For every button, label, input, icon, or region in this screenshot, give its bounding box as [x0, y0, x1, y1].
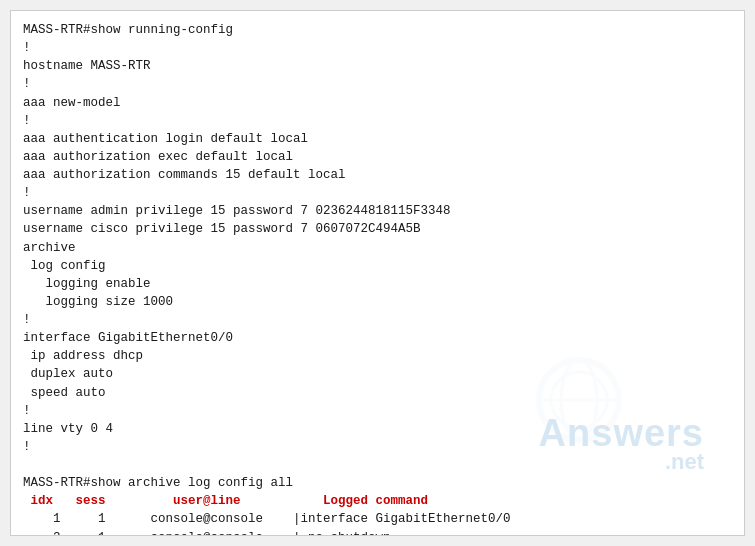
terminal-line: 2 1 console@console | no shutdown: [23, 531, 391, 537]
terminal-line: !: [23, 41, 31, 55]
terminal-line: 1 1 console@console |interface GigabitEt…: [23, 512, 511, 526]
terminal-line: logging size 1000: [23, 295, 173, 309]
terminal-output: MASS-RTR#show running-config ! hostname …: [23, 21, 732, 536]
terminal-line: !: [23, 404, 31, 418]
terminal-line: MASS-RTR#show archive log config all: [23, 476, 293, 490]
terminal-line: ip address dhcp: [23, 349, 143, 363]
terminal-line: !: [23, 313, 31, 327]
terminal-line: aaa authorization commands 15 default lo…: [23, 168, 346, 182]
terminal-line: username cisco privilege 15 password 7 0…: [23, 222, 421, 236]
terminal-line: !: [23, 77, 31, 91]
terminal-line: aaa authentication login default local: [23, 132, 308, 146]
terminal-line: aaa new-model: [23, 96, 121, 110]
terminal-line: hostname MASS-RTR: [23, 59, 151, 73]
terminal-line: line vty 0 4: [23, 422, 113, 436]
terminal-line: username admin privilege 15 password 7 0…: [23, 204, 451, 218]
terminal-line: archive: [23, 241, 76, 255]
terminal-line: log config: [23, 259, 106, 273]
terminal-line: speed auto: [23, 386, 106, 400]
terminal-line: MASS-RTR#show running-config: [23, 23, 233, 37]
terminal-line: idx sess user@line Logged command: [23, 494, 428, 508]
terminal-line: !: [23, 114, 31, 128]
terminal-line: !: [23, 440, 31, 454]
terminal-line: logging enable: [23, 277, 151, 291]
terminal-line: !: [23, 186, 31, 200]
terminal-line: interface GigabitEthernet0/0: [23, 331, 233, 345]
terminal-line: aaa authorization exec default local: [23, 150, 293, 164]
terminal-window: MASS-RTR#show running-config ! hostname …: [10, 10, 745, 536]
terminal-line: duplex auto: [23, 367, 113, 381]
